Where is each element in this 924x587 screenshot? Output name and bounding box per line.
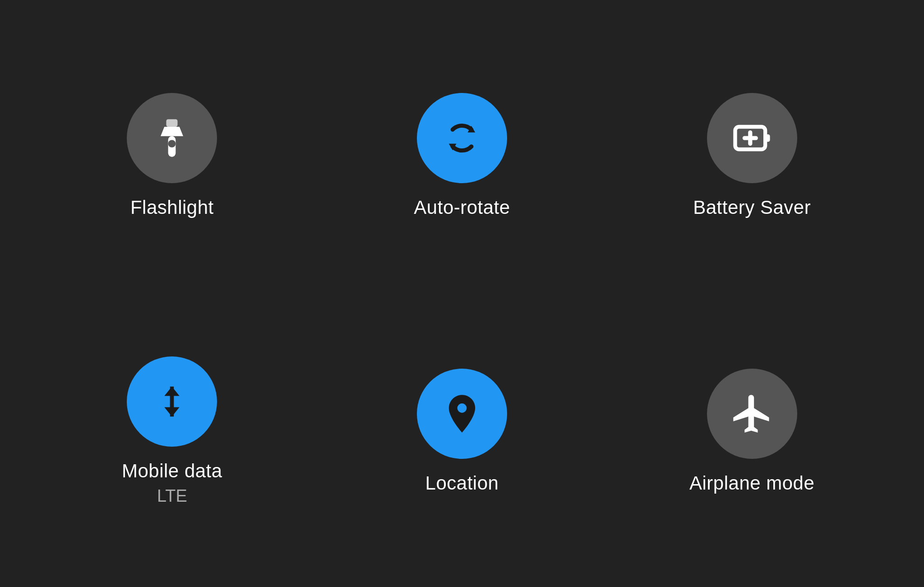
- battery-saver-label: Battery Saver: [693, 197, 811, 218]
- quick-settings-grid: Flashlight Auto-rotate Battery Saver: [0, 0, 924, 587]
- tile-flashlight[interactable]: Flashlight: [127, 93, 217, 218]
- mobile-data-icon: [149, 379, 194, 424]
- battery-saver-icon: [730, 116, 775, 161]
- flashlight-label: Flashlight: [130, 197, 214, 218]
- location-icon-circle[interactable]: [417, 369, 507, 459]
- flashlight-icon: [149, 116, 194, 161]
- auto-rotate-icon: [439, 116, 485, 161]
- airplane-mode-icon: [730, 391, 775, 436]
- location-icon: [439, 391, 485, 436]
- flashlight-icon-circle[interactable]: [127, 93, 217, 183]
- tile-airplane-mode[interactable]: Airplane mode: [689, 369, 814, 494]
- mobile-data-icon-circle[interactable]: [127, 356, 217, 447]
- location-label: Location: [425, 472, 499, 494]
- tile-auto-rotate[interactable]: Auto-rotate: [414, 93, 510, 218]
- auto-rotate-icon-circle[interactable]: [417, 93, 507, 183]
- tile-mobile-data[interactable]: Mobile data LTE: [122, 356, 222, 506]
- battery-saver-icon-circle[interactable]: [707, 93, 797, 183]
- auto-rotate-label: Auto-rotate: [414, 197, 510, 218]
- svg-point-9: [457, 403, 467, 413]
- tile-location[interactable]: Location: [417, 369, 507, 494]
- tile-battery-saver[interactable]: Battery Saver: [693, 93, 811, 218]
- svg-point-2: [168, 140, 176, 148]
- svg-rect-0: [166, 120, 178, 127]
- mobile-data-label: Mobile data: [122, 460, 222, 482]
- airplane-mode-label: Airplane mode: [689, 472, 814, 494]
- svg-rect-6: [765, 134, 770, 142]
- airplane-mode-icon-circle[interactable]: [707, 369, 797, 459]
- mobile-data-sublabel: LTE: [157, 486, 187, 506]
